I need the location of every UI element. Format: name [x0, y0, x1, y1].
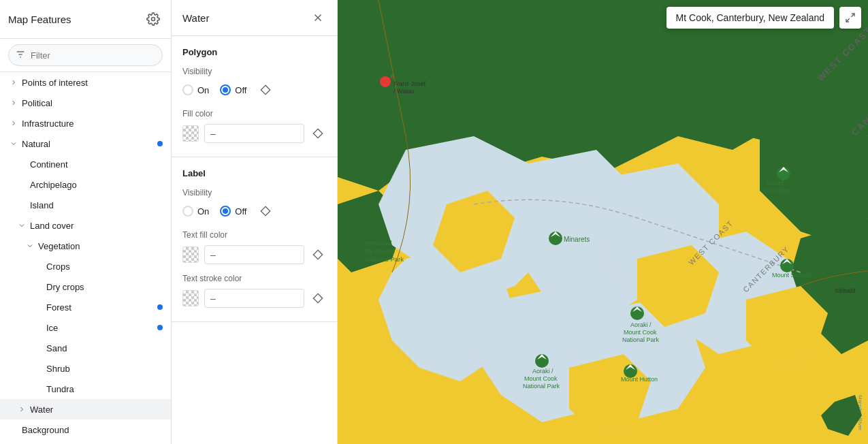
label-visibility-label: Visibility	[182, 188, 326, 197]
left-panel: Map Features Points of i	[0, 0, 172, 444]
svg-text:D'Archiac: D'Archiac	[764, 187, 790, 194]
spacer-icon	[33, 383, 44, 394]
svg-marker-7	[313, 129, 322, 138]
text-stroke-label: Text stroke color	[182, 274, 326, 283]
svg-text:Aoraki /: Aoraki /	[630, 321, 652, 328]
radio-circle-on	[182, 206, 193, 217]
sidebar-item-points-of-interest[interactable]: Points of interest	[0, 72, 171, 93]
radio-circle-off	[220, 206, 231, 217]
sidebar-item-land-cover[interactable]: Land cover	[0, 215, 171, 236]
radio-on-label: On	[197, 85, 209, 95]
svg-point-32	[380, 76, 391, 87]
text-stroke-diamond[interactable]	[310, 290, 326, 306]
label-section: Label Visibility On Off Text fill color …	[172, 157, 337, 322]
polygon-visibility-diamond[interactable]	[257, 82, 274, 98]
sidebar-item-label: Shrub	[46, 364, 163, 374]
spacer-icon	[16, 159, 27, 170]
radio-on-label: On	[197, 206, 209, 217]
spacer-icon	[16, 179, 27, 190]
svg-marker-10	[313, 294, 322, 302]
sidebar-item-shrub[interactable]: Shrub	[0, 358, 171, 379]
filter-wrap	[8, 44, 163, 66]
sidebar-item-archipelago[interactable]: Archipelago	[0, 174, 171, 195]
left-header: Map Features	[0, 0, 171, 39]
svg-text:Mount Hutton: Mount Hutton	[621, 376, 658, 383]
sidebar-item-label: Forest	[46, 302, 155, 313]
polygon-off-radio[interactable]: Off	[220, 84, 246, 95]
label-visibility-diamond[interactable]	[257, 203, 274, 219]
sidebar-item-label: Points of interest	[22, 78, 163, 88]
spacer-icon	[33, 343, 44, 353]
text-stroke-row: –	[182, 289, 326, 308]
text-stroke-swatch[interactable]	[182, 290, 199, 306]
filter-icon	[15, 49, 26, 62]
svg-line-70	[846, 18, 850, 22]
svg-text:Sibbald: Sibbald	[835, 287, 855, 294]
chevron-right-icon	[8, 118, 19, 129]
sidebar-item-label: Sand	[46, 343, 163, 353]
sidebar-item-label: Political	[22, 98, 163, 108]
blue-dot	[157, 304, 163, 310]
svg-text:Minarets: Minarets	[564, 236, 590, 243]
polygon-visibility-row: On Off	[182, 82, 326, 98]
polygon-on-radio[interactable]: On	[182, 84, 209, 95]
polygon-section-title: Polygon	[182, 47, 326, 57]
sidebar-item-continent[interactable]: Continent	[0, 154, 171, 174]
sidebar-item-label: Water	[30, 405, 163, 415]
sidebar-item-infrastructure[interactable]: Infrastructure	[0, 113, 171, 133]
sidebar-item-natural[interactable]: Natural	[0, 133, 171, 154]
gear-button[interactable]	[144, 10, 163, 29]
spacer-icon	[33, 281, 44, 292]
fullscreen-button[interactable]	[839, 7, 861, 29]
mid-panel: Water Polygon Visibility On Off	[172, 0, 338, 444]
svg-marker-8	[261, 206, 270, 215]
chevron-right-icon	[8, 77, 19, 88]
radio-off-label: Off	[235, 206, 246, 217]
text-fill-diamond[interactable]	[310, 247, 326, 263]
svg-text:6: 6	[391, 73, 394, 80]
chevron-down-icon	[16, 220, 27, 231]
map-area[interactable]: 6 Franz Josef / Waiau Minarets Westland …	[338, 0, 868, 444]
filter-input[interactable]	[8, 44, 163, 66]
blue-dot	[157, 325, 163, 330]
sidebar-item-crops[interactable]: Crops	[0, 256, 171, 276]
left-panel-title: Map Features	[8, 14, 71, 25]
sidebar-item-forest[interactable]: Forest	[0, 297, 171, 317]
svg-text:Aoraki /: Aoraki /	[532, 368, 553, 375]
radio-circle-off	[220, 84, 231, 95]
svg-line-69	[851, 14, 854, 17]
svg-text:National Park: National Park	[365, 255, 404, 263]
svg-text:/ Waiau: / Waiau	[393, 88, 414, 95]
map-search-text: Mt Cook, Canterbury, New Zealand	[676, 12, 824, 23]
sidebar-item-vegetation[interactable]: Vegetation	[0, 236, 171, 256]
sidebar-item-water[interactable]: Water	[0, 399, 171, 419]
chevron-down-icon	[8, 138, 19, 149]
svg-point-0	[152, 18, 155, 21]
text-fill-swatch[interactable]	[182, 247, 199, 263]
svg-text:Mount: Mount	[767, 180, 784, 187]
visibility-label: Visibility	[182, 67, 326, 76]
sidebar-item-label: Land cover	[30, 221, 163, 231]
map-search-bar: Mt Cook, Canterbury, New Zealand	[666, 7, 834, 29]
sidebar-item-ice[interactable]: Ice	[0, 317, 171, 338]
sidebar-item-label: Infrastructure	[22, 118, 163, 129]
label-on-radio[interactable]: On	[182, 206, 209, 217]
sidebar-item-background[interactable]: Background	[0, 419, 171, 440]
label-off-radio[interactable]: Off	[220, 206, 246, 217]
sidebar-item-dry-crops[interactable]: Dry crops	[0, 276, 171, 297]
sidebar-item-sand[interactable]: Sand	[0, 338, 171, 358]
filter-bar	[0, 39, 171, 72]
text-fill-label: Text fill color	[182, 230, 326, 240]
sidebar-item-label: Background	[22, 425, 163, 435]
svg-text:Mount Cook: Mount Cook	[624, 329, 657, 336]
spacer-icon	[8, 424, 19, 435]
close-button[interactable]	[310, 10, 326, 26]
spacer-icon	[33, 302, 44, 313]
sidebar-item-island[interactable]: Island	[0, 195, 171, 215]
sidebar-item-political[interactable]: Political	[0, 93, 171, 113]
svg-text:Mount Cook: Mount Cook	[524, 375, 558, 382]
fill-color-swatch[interactable]	[182, 125, 199, 142]
sidebar-item-tundra[interactable]: Tundra	[0, 379, 171, 399]
fill-color-diamond[interactable]	[310, 125, 326, 142]
label-section-title: Label	[182, 168, 326, 178]
